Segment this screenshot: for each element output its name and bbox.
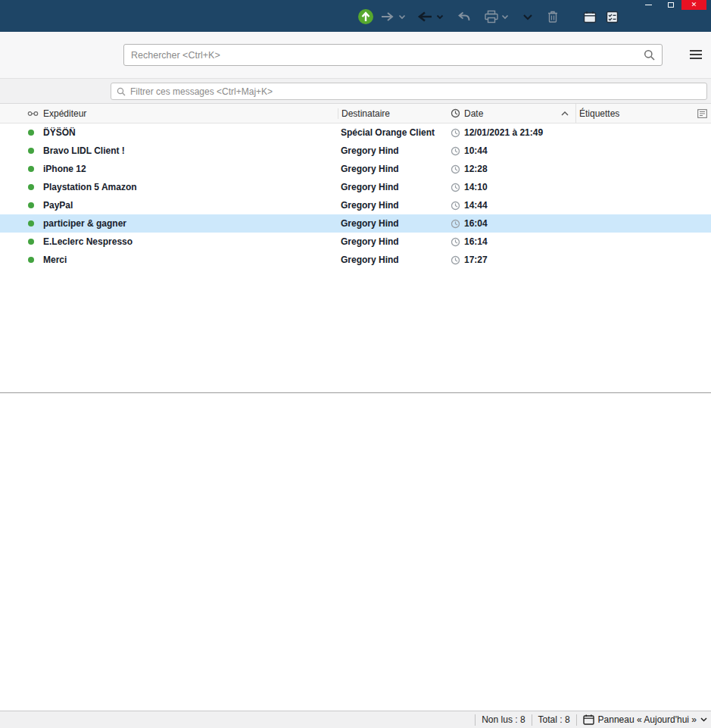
sender-cell: E.Leclerc Nespresso [43,236,338,247]
tags-column-header[interactable]: Étiquettes [575,104,697,123]
delete-button[interactable] [547,10,559,23]
clock-icon [451,255,460,265]
thread-icon [27,110,39,117]
unread-dot-icon [28,239,34,245]
minimize-button[interactable] [638,0,660,10]
table-row[interactable]: participer & gagner Gregory Hind 16:04 [0,214,711,233]
clock-cell [447,164,464,174]
clock-cell [447,128,464,138]
filter-input[interactable] [130,86,701,97]
titlebar: ✕ [0,0,711,32]
statusbar-divider [576,714,577,726]
statusbar: Non lus : 8 Total : 8 Panneau « Aujourd'… [0,711,711,728]
table-row[interactable]: PayPal Gregory Hind 14:44 [0,196,711,214]
close-button[interactable]: ✕ [681,0,706,10]
table-row[interactable]: Bravo LIDL Client ! Gregory Hind 10:44 [0,142,711,160]
recipient-cell: Gregory Hind [338,236,447,247]
printer-icon [484,10,499,23]
search-box[interactable] [123,44,663,66]
sender-column-header[interactable]: Expéditeur [43,108,338,119]
print-button[interactable] [484,10,509,23]
recipient-cell: Gregory Hind [338,164,447,174]
table-row[interactable]: E.Leclerc Nespresso Gregory Hind 16:14 [0,233,711,251]
tasks-button[interactable] [606,11,619,23]
date-cell: 12/01/2021 à 21:49 [464,127,575,138]
clock-icon [451,201,460,211]
unread-cell [0,220,43,227]
unread-dot-icon [28,184,34,190]
chevron-down-icon [436,14,444,20]
recipient-header-label: Destinataire [341,108,390,119]
sender-cell: Playstation 5 Amazon [43,182,338,192]
filter-search-icon [117,87,126,96]
table-row[interactable]: Merci Gregory Hind 17:27 [0,251,711,269]
unread-cell [0,148,43,154]
unread-dot-icon [28,166,34,172]
clock-cell [447,183,464,192]
search-icon[interactable] [644,49,655,61]
clock-cell [447,255,464,265]
recipient-cell: Gregory Hind [338,255,447,265]
tasks-icon [606,11,619,23]
today-pane-label: Panneau « Aujourd'hui » [598,714,697,725]
reply-button[interactable] [457,11,470,23]
date-cell: 12:28 [464,164,575,174]
date-header-label: Date [464,108,483,119]
statusbar-divider [475,714,476,726]
minimize-icon [645,5,652,5]
app-menu-button[interactable] [689,49,703,60]
today-pane-toggle[interactable]: Panneau « Aujourd'hui » [583,714,707,725]
unread-cell [0,202,43,208]
table-row[interactable]: Playstation 5 Amazon Gregory Hind 14:10 [0,178,711,196]
sender-cell: participer & gagner [43,218,338,229]
message-list: D̈ŸS̈ÖN̈ Spécial Orange Client 12/01/202… [0,123,711,392]
forward-arrow-icon [380,11,395,23]
column-picker-button[interactable] [697,109,711,118]
recipient-cell: Gregory Hind [338,145,447,156]
maximize-button[interactable] [660,0,681,10]
thread-column-header[interactable] [0,110,43,117]
table-row[interactable]: iPhone 12 Gregory Hind 12:28 [0,160,711,178]
search-bar-section [0,32,711,79]
thunderbird-window: ✕ [0,0,711,728]
calendar-button[interactable] [583,11,597,23]
table-row[interactable]: D̈ŸS̈ÖN̈ Spécial Orange Client 12/01/202… [0,123,711,142]
get-messages-button[interactable] [357,8,374,25]
quick-filter-section [0,79,711,104]
forward-button[interactable] [380,11,406,23]
date-cell: 17:27 [464,255,575,265]
clock-cell [447,219,464,229]
chevron-down-icon [501,14,509,20]
message-preview-pane [0,393,711,711]
recipient-column-header[interactable]: Destinataire [338,108,447,119]
toolbar [357,7,619,27]
get-messages-icon [357,8,374,25]
date-column-header[interactable]: Date [464,108,575,119]
clock-icon [451,237,460,247]
recipient-cell: Gregory Hind [338,182,447,192]
unread-dot-icon [28,202,34,208]
unread-dot-icon [28,130,34,136]
search-input[interactable] [131,50,644,61]
chevron-down-icon [700,717,707,722]
unread-dot-icon [28,220,34,227]
date-cell: 14:44 [464,200,575,211]
hamburger-icon [689,49,703,60]
reply-curved-arrow-icon [457,11,470,23]
back-button[interactable] [416,11,444,23]
recipient-cell: Gregory Hind [338,218,447,229]
sender-cell: Bravo LIDL Client ! [43,145,338,156]
unread-dot-icon [28,148,34,154]
filter-box[interactable] [111,83,707,100]
mini-calendar-icon [583,714,594,725]
calendar-icon [583,11,597,23]
clock-icon [451,219,460,229]
sender-cell: PayPal [43,200,338,211]
clock-icon [451,164,460,174]
clock-column-header[interactable] [447,108,464,118]
more-actions-button[interactable] [522,14,533,20]
date-cell: 16:14 [464,236,575,247]
close-icon: ✕ [691,2,697,8]
window-controls: ✕ [638,0,706,10]
date-cell: 14:10 [464,182,575,192]
